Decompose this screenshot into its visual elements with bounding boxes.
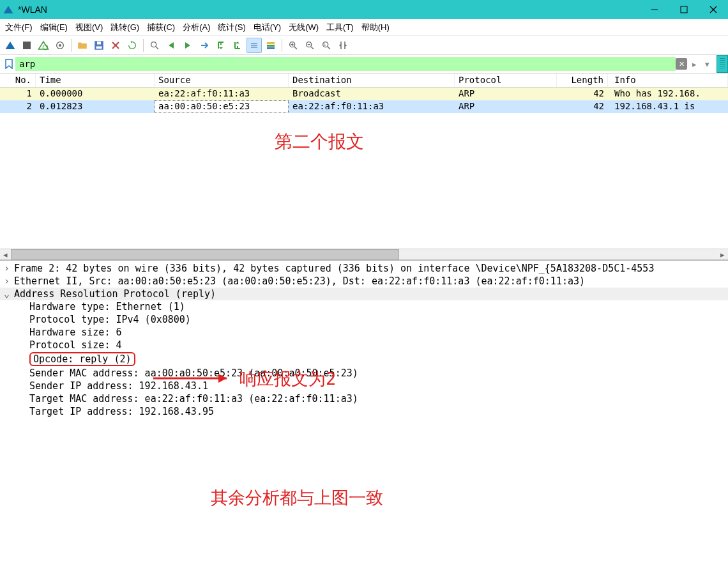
menu-edit[interactable]: 编辑(E) xyxy=(40,22,68,33)
cell-no: 1 xyxy=(0,88,36,100)
scrollbar-horizontal[interactable]: ◂ ▸ xyxy=(0,249,728,259)
packet-details: ›Frame 2: 42 bytes on wire (336 bits), 4… xyxy=(0,259,728,560)
cell-no: 2 xyxy=(0,100,36,113)
detail-target-ip[interactable]: Target IP address: 192.168.43.95 xyxy=(0,405,728,418)
bookmark-filter-icon[interactable] xyxy=(3,58,15,70)
menu-file[interactable]: 文件(F) xyxy=(5,22,33,33)
cell-destination: Broadcast xyxy=(289,88,455,100)
col-time[interactable]: Time xyxy=(36,73,155,87)
detail-arp-header[interactable]: ⌄Address Resolution Protocol (reply) xyxy=(0,288,728,300)
menu-analyze[interactable]: 分析(A) xyxy=(183,22,210,33)
go-to-last-icon[interactable] xyxy=(230,38,245,53)
chevron-right-icon[interactable]: › xyxy=(4,263,14,274)
cell-length: 42 xyxy=(557,100,608,113)
stop-capture-icon[interactable] xyxy=(19,38,34,53)
cell-info: 192.168.43.1 is xyxy=(608,100,728,113)
annotation-label: 第二个报文 xyxy=(275,130,364,154)
detail-hwsize[interactable]: Hardware size: 6 xyxy=(0,326,728,339)
display-filter-input[interactable] xyxy=(15,57,676,71)
menu-wireless[interactable]: 无线(W) xyxy=(289,22,319,33)
detail-target-mac[interactable]: Target MAC address: ea:22:af:f0:11:a3 (e… xyxy=(0,392,728,405)
colorize-icon[interactable] xyxy=(263,38,278,53)
menu-view[interactable]: 视图(V) xyxy=(75,22,103,33)
apply-filter-icon[interactable]: ▸ xyxy=(688,58,700,70)
chevron-right-icon[interactable]: › xyxy=(4,275,14,287)
detail-ethernet[interactable]: ›Ethernet II, Src: aa:00:a0:50:e5:23 (aa… xyxy=(0,275,728,288)
svg-text:1: 1 xyxy=(324,43,326,47)
scroll-right-icon[interactable]: ▸ xyxy=(717,249,728,260)
zoom-in-icon[interactable] xyxy=(285,38,301,53)
maximize-button[interactable] xyxy=(669,0,699,19)
capture-options-icon[interactable] xyxy=(52,38,68,53)
col-destination[interactable]: Destination xyxy=(289,73,455,87)
filter-history-icon[interactable]: ▾ xyxy=(701,58,713,70)
svg-line-14 xyxy=(156,47,158,49)
scroll-left-icon[interactable]: ◂ xyxy=(0,249,11,260)
col-protocol[interactable]: Protocol xyxy=(455,73,557,87)
start-capture-icon[interactable] xyxy=(3,38,18,53)
zoom-reset-icon[interactable]: 1 xyxy=(319,38,334,53)
go-to-first-icon[interactable] xyxy=(213,38,229,53)
packet-list: No. Time Source Destination Protocol Len… xyxy=(0,73,728,249)
save-file-icon[interactable] xyxy=(91,38,107,53)
opcode-highlight: Opcode: reply (2) xyxy=(29,352,135,366)
resize-columns-icon[interactable] xyxy=(335,38,351,53)
cell-destination: ea:22:af:f0:11:a3 xyxy=(289,100,455,113)
svg-point-13 xyxy=(151,42,156,47)
svg-rect-19 xyxy=(267,45,275,47)
close-button[interactable] xyxy=(699,0,728,19)
app-icon xyxy=(3,4,14,15)
col-no[interactable]: No. xyxy=(0,73,36,87)
menu-tools[interactable]: 工具(T) xyxy=(326,22,354,33)
close-file-icon[interactable] xyxy=(108,38,123,53)
go-to-packet-icon[interactable] xyxy=(197,38,212,53)
svg-rect-9 xyxy=(96,46,102,49)
cell-protocol: ARP xyxy=(455,100,557,113)
detail-ptype[interactable]: Protocol type: IPv4 (0x0800) xyxy=(0,313,728,326)
packet-row-selected[interactable]: 2 0.012823 aa:00:a0:50:e5:23 ea:22:af:f0… xyxy=(0,100,728,113)
svg-rect-20 xyxy=(267,47,275,49)
col-length[interactable]: Length xyxy=(557,73,608,87)
detail-frame[interactable]: ›Frame 2: 42 bytes on wire (336 bits), 4… xyxy=(0,262,728,275)
side-handle[interactable] xyxy=(717,55,728,73)
svg-rect-18 xyxy=(267,42,275,44)
zoom-out-icon[interactable] xyxy=(302,38,317,53)
cell-info: Who has 192.168. xyxy=(608,88,728,100)
col-info[interactable]: Info xyxy=(608,73,728,87)
find-icon[interactable] xyxy=(147,38,162,53)
minimize-button[interactable] xyxy=(640,0,669,19)
restart-capture-icon[interactable] xyxy=(36,38,51,53)
svg-line-22 xyxy=(294,47,297,49)
cell-source: aa:00:a0:50:e5:23 xyxy=(155,100,289,113)
reload-file-icon[interactable] xyxy=(125,38,140,53)
menu-go[interactable]: 跳转(G) xyxy=(110,22,139,33)
svg-point-7 xyxy=(59,44,61,47)
col-source[interactable]: Source xyxy=(155,73,289,87)
annotation-arrow-icon xyxy=(147,369,236,387)
menu-phone[interactable]: 电话(Y) xyxy=(254,22,281,33)
svg-rect-10 xyxy=(97,42,101,45)
menu-help[interactable]: 帮助(H) xyxy=(361,22,390,33)
annotation-label: 响应报文为2 xyxy=(239,367,336,390)
scroll-thumb[interactable] xyxy=(11,249,399,259)
detail-psize[interactable]: Protocol size: 4 xyxy=(0,339,728,351)
menu-capture[interactable]: 捕获(C) xyxy=(147,22,175,33)
go-forward-icon[interactable] xyxy=(180,38,195,53)
packet-row[interactable]: 1 0.000000 ea:22:af:f0:11:a3 Broadcast A… xyxy=(0,88,728,100)
detail-sender-ip[interactable]: Sender IP address: 192.168.43.1 xyxy=(0,380,728,392)
auto-scroll-icon[interactable] xyxy=(246,38,262,53)
cell-length: 42 xyxy=(557,88,608,100)
cell-time: 0.000000 xyxy=(36,88,155,100)
toolbar: 1 xyxy=(0,36,728,55)
window-title: *WLAN xyxy=(18,4,725,15)
go-back-icon[interactable] xyxy=(163,38,179,53)
open-file-icon[interactable] xyxy=(75,38,90,53)
menu-stats[interactable]: 统计(S) xyxy=(218,22,245,33)
chevron-down-icon[interactable]: ⌄ xyxy=(4,288,14,300)
titlebar: *WLAN xyxy=(0,0,728,19)
detail-sender-mac[interactable]: Sender MAC address: aa:00:a0:50:e5:23 (a… xyxy=(0,367,728,380)
detail-opcode[interactable]: Opcode: reply (2) xyxy=(0,351,728,367)
clear-filter-icon[interactable]: ✕ xyxy=(676,58,687,70)
svg-rect-1 xyxy=(681,6,687,13)
detail-hwtype[interactable]: Hardware type: Ethernet (1) xyxy=(0,300,728,313)
